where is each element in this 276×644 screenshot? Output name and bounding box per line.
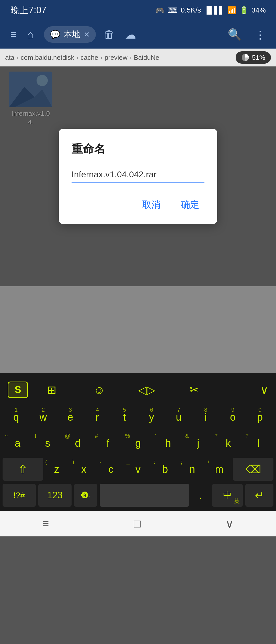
- status-icons: 🎮 ⌨ 0.5K/s ▐▌▌▌ 📶 🔋 34%: [155, 6, 266, 15]
- status-bar: 晚上7:07 🎮 ⌨ 0.5K/s ▐▌▌▌ 📶 🔋 34%: [0, 0, 276, 20]
- key-r[interactable]: 4r: [84, 406, 111, 429]
- keyboard-layout-icon[interactable]: ⊞: [28, 381, 76, 399]
- period-key[interactable]: .: [192, 484, 210, 507]
- key-m[interactable]: /m: [206, 458, 233, 481]
- key-a[interactable]: ~a: [3, 432, 33, 455]
- enter-key[interactable]: ↵: [245, 484, 273, 507]
- empty-area: [0, 286, 276, 373]
- key-l[interactable]: ?l: [243, 432, 273, 455]
- key-f[interactable]: #f: [93, 432, 123, 455]
- backspace-key[interactable]: ⌫: [233, 458, 273, 481]
- breadcrumb-ata[interactable]: ata: [5, 54, 14, 62]
- num-key[interactable]: 123: [38, 484, 72, 507]
- dialog-title: 重命名: [72, 142, 204, 157]
- tab-label: 本地: [64, 29, 80, 40]
- more-button[interactable]: ⋮: [252, 26, 268, 44]
- key-n[interactable]: ;n: [179, 458, 206, 481]
- key-t[interactable]: 5t: [111, 406, 138, 429]
- tab-close-button[interactable]: ✕: [84, 30, 90, 39]
- key-z[interactable]: (z: [43, 458, 70, 481]
- battery-percent: 34%: [251, 6, 266, 14]
- cancel-button[interactable]: 取消: [137, 196, 166, 214]
- keyboard: S ⊞ ☺ ◁▷ ✂ ∨ 1q 2w 3e 4r 5t 6y 7u 8i 9o …: [0, 373, 276, 511]
- keyboard-icon: ⌨: [167, 6, 178, 15]
- key-h[interactable]: 'h: [153, 432, 183, 455]
- battery-icon: 🔋: [239, 6, 248, 15]
- filename-input[interactable]: [72, 169, 204, 183]
- key-j[interactable]: &j: [183, 432, 213, 455]
- tab-icon: 💬: [50, 30, 60, 39]
- toolbar: ≡ ⌂ 💬 本地 ✕ 🗑 ☁ 🔍 ⋮: [0, 20, 276, 49]
- nav-menu-button[interactable]: ≡: [35, 514, 57, 534]
- nav-back-button[interactable]: ∨: [218, 514, 241, 534]
- breadcrumb-baidune[interactable]: BaiduNe: [134, 54, 159, 62]
- wifi-icon: 📶: [227, 6, 236, 15]
- storage-percent: 51%: [252, 54, 265, 62]
- keyboard-row-3: ⇧ (z )x -c _v :b ;n /m ⌫: [0, 456, 276, 482]
- shift-key[interactable]: ⇧: [3, 458, 43, 481]
- nav-home-button[interactable]: □: [126, 514, 148, 534]
- local-tab[interactable]: 💬 本地 ✕: [44, 26, 96, 43]
- dialog-actions: 取消 确定: [72, 196, 204, 214]
- signal-icon: ▐▌▌▌: [204, 6, 224, 14]
- sep4: ›: [130, 54, 132, 62]
- sep3: ›: [100, 54, 102, 62]
- emoji-icon[interactable]: ☺: [76, 381, 123, 399]
- key-g[interactable]: %g: [123, 432, 153, 455]
- nav-bar: ≡ □ ∨: [0, 511, 276, 536]
- keyboard-toolbar: S ⊞ ☺ ◁▷ ✂ ∨: [0, 378, 276, 404]
- dialog-input-wrapper: [72, 169, 204, 183]
- status-time: 晚上7:07: [10, 4, 47, 17]
- scissors-icon[interactable]: ✂: [170, 381, 218, 399]
- cn-en-switch[interactable]: 中 英: [212, 484, 243, 507]
- key-v[interactable]: _v: [124, 458, 152, 481]
- keyboard-row-1: 1q 2w 3e 4r 5t 6y 7u 8i 9o 0p: [0, 404, 276, 430]
- breadcrumb-baidu[interactable]: com.baidu.netdisk: [21, 54, 74, 62]
- confirm-button[interactable]: 确定: [176, 196, 204, 214]
- sym-key[interactable]: !?#: [3, 484, 36, 507]
- key-u[interactable]: 7u: [165, 406, 192, 429]
- key-i[interactable]: 8i: [192, 406, 219, 429]
- key-w[interactable]: 2w: [30, 406, 57, 429]
- cloud-button[interactable]: ☁: [122, 26, 139, 44]
- key-x[interactable]: )x: [70, 458, 97, 481]
- key-e[interactable]: 3e: [57, 406, 84, 429]
- key-s[interactable]: !s: [33, 432, 63, 455]
- key-d[interactable]: @d: [63, 432, 93, 455]
- swiftkey-logo[interactable]: S: [8, 382, 28, 398]
- game-icon: 🎮: [155, 6, 164, 15]
- lang-icon[interactable]: 🅐,: [74, 484, 97, 507]
- sep2: ›: [76, 54, 78, 62]
- keyboard-row-2: ~a !s @d #f %g 'h &j *k ?l: [0, 430, 276, 456]
- storage-indicator: 51%: [236, 51, 271, 64]
- key-c[interactable]: -c: [97, 458, 124, 481]
- menu-button[interactable]: ≡: [8, 26, 19, 43]
- rename-dialog: 重命名 取消 确定: [59, 129, 217, 224]
- key-q[interactable]: 1q: [3, 406, 30, 429]
- keyboard-bottom-row: !?# 123 🅐, . 中 英 ↵: [0, 482, 276, 508]
- breadcrumb: ata › com.baidu.netdisk › cache › previe…: [0, 49, 276, 66]
- network-speed: 0.5K/s: [181, 6, 201, 14]
- pie-chart-icon: [241, 53, 249, 62]
- delete-button[interactable]: 🗑: [101, 26, 117, 43]
- key-y[interactable]: 6y: [138, 406, 165, 429]
- search-button[interactable]: 🔍: [225, 25, 244, 44]
- key-p[interactable]: 0p: [246, 406, 273, 429]
- breadcrumb-preview[interactable]: preview: [105, 54, 128, 62]
- keyboard-dismiss-icon[interactable]: ∨: [260, 383, 268, 396]
- key-k[interactable]: *k: [213, 432, 243, 455]
- main-content: Infernax.v1.0 4. 重命名 取消 确定: [0, 66, 276, 286]
- breadcrumb-cache[interactable]: cache: [80, 54, 98, 62]
- home-button[interactable]: ⌂: [25, 26, 37, 43]
- key-o[interactable]: 9o: [219, 406, 246, 429]
- key-b[interactable]: :b: [152, 458, 179, 481]
- sep1: ›: [16, 54, 19, 62]
- dialog-overlay: 重命名 取消 确定: [0, 66, 276, 286]
- cursor-icon[interactable]: ◁▷: [123, 381, 170, 399]
- space-key[interactable]: [100, 484, 189, 507]
